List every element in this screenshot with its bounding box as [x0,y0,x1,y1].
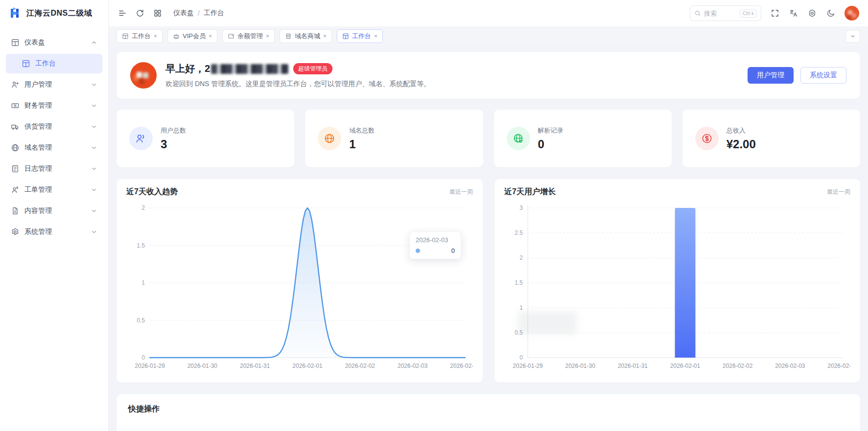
tab-workbench[interactable]: 工作台 × [117,29,163,43]
user-growth-card: 近7天用户增长 最近一周 00.511.522.532026-01-292026… [494,179,860,383]
crown-icon [173,33,180,40]
user-avatar[interactable] [845,6,859,21]
sidebar-item-label: 内容管理 [24,206,86,215]
chevron-down-icon [91,207,97,214]
collapse-sidebar-icon[interactable] [117,8,127,18]
stat-value: 3 [161,137,186,151]
chevron-down-icon [91,123,97,130]
chart-svg: 00.511.522026-01-292026-01-302026-01-312… [126,200,473,372]
search-shortcut-kbd: Ctrl k [740,9,757,18]
sidebar-item-domains[interactable]: 域名管理 [6,138,102,158]
svg-text:3: 3 [519,204,523,211]
tab-label: 余额管理 [237,32,263,41]
tab-workbench-active[interactable]: 工作台 × [337,29,383,43]
tab-domain-store[interactable]: 域名商城 × [280,29,332,43]
page-content: 早上好，2 超级管理员 欢迎回到 DNS 管理系统。这里是管理员工作台，您可以管… [109,46,868,431]
svg-text:2: 2 [519,254,523,261]
stat-card-dns-records: 解析记录 0 [494,110,672,167]
tab-label: VIP会员 [183,32,206,41]
search-input-wrapper[interactable]: Ctrl k [690,5,761,21]
apps-grid-icon[interactable] [153,8,163,18]
stat-card-total-domains: 域名总数 1 [305,110,483,167]
system-settings-button[interactable]: 系统设置 [800,67,846,84]
blurred-watermark [518,312,577,334]
sidebar-item-label: 日志管理 [24,164,86,173]
app-title: 江海云DNS二级域 [26,8,92,19]
sidebar-menu: 仪表盘 工作台 用户管理 财务管理 供货管理 [0,26,108,248]
revenue-trend-card: 近7天收入趋势 最近一周 00.511.522026-01-292026-01-… [117,179,483,383]
close-icon[interactable]: × [154,33,157,39]
quick-actions-card: 快捷操作 [117,394,860,431]
close-icon[interactable]: × [209,33,212,39]
sidebar-item-users[interactable]: 用户管理 [6,75,102,94]
svg-text:1.5: 1.5 [515,279,523,286]
user-plus-icon [11,80,20,89]
chevron-down-icon [91,186,97,193]
tab-label: 工作台 [132,32,151,41]
chart-svg: 00.511.522.532026-01-292026-01-302026-01… [504,200,850,372]
sidebar-item-logs[interactable]: 日志管理 [6,159,102,179]
sidebar-item-system[interactable]: 系统管理 [6,222,102,242]
gear-icon [11,227,20,236]
sidebar-item-dashboard[interactable]: 仪表盘 [6,33,102,52]
close-icon[interactable]: × [323,33,327,39]
chevron-down-icon [91,228,97,235]
sidebar-item-supply[interactable]: 供货管理 [6,117,102,136]
logo-icon [8,6,22,20]
sidebar-item-label: 系统管理 [24,227,86,236]
sidebar-item-label: 工作台 [35,59,97,68]
translate-icon[interactable] [789,8,798,18]
dns-record-icon [507,127,530,150]
storefront-icon [285,33,292,40]
breadcrumb-page[interactable]: 工作台 [204,9,224,18]
svg-text:2.5: 2.5 [515,229,523,236]
app-window: 江海云DNS二级域 仪表盘 工作台 用户管理 财务管理 [0,0,868,431]
chart-range-label: 最近一周 [827,188,850,196]
sidebar-item-content[interactable]: 内容管理 [6,201,102,221]
svg-text:2: 2 [141,204,145,211]
close-icon[interactable]: × [374,33,377,39]
close-icon[interactable]: × [266,33,269,39]
topbar-right: Ctrl k [690,5,859,21]
svg-text:2026-01-29: 2026-01-29 [135,363,165,369]
breadcrumb-section[interactable]: 仪表盘 [173,9,194,18]
tab-balance[interactable]: 余额管理 × [222,29,275,43]
welcome-banner: 早上好，2 超级管理员 欢迎回到 DNS 管理系统。这里是管理员工作台，您可以管… [117,52,860,99]
search-input[interactable] [704,10,733,17]
stat-value: ¥2.00 [727,137,756,151]
globe-icon [11,143,20,152]
dashboard-icon [122,33,129,40]
tab-label: 工作台 [352,32,371,41]
welcome-text: 早上好，2 超级管理员 欢迎回到 DNS 管理系统。这里是管理员工作台，您可以管… [165,62,430,89]
stat-label: 解析记录 [538,126,563,135]
sidebar-item-workbench[interactable]: 工作台 [6,54,102,73]
stat-card-total-users: 用户总数 3 [117,110,294,167]
truck-icon [11,122,20,131]
settings-gear-icon[interactable] [807,8,817,18]
fullscreen-icon[interactable] [770,8,780,18]
stat-label: 用户总数 [161,126,186,135]
chart-title: 近7天收入趋势 [126,187,178,197]
svg-text:2026-02-04: 2026-02-04 [827,363,850,369]
user-growth-chart: 00.511.522.532026-01-292026-01-302026-01… [504,200,850,372]
svg-text:2026-01-30: 2026-01-30 [188,363,218,369]
tabs-dropdown-button[interactable] [845,30,860,43]
stat-value: 1 [349,137,375,151]
svg-text:2026-01-29: 2026-01-29 [513,363,543,369]
open-tabs-bar: 工作台 × VIP会员 × 余额管理 × 域名商城 × 工作台 × [109,26,868,46]
sidebar-item-tickets[interactable]: 工单管理 [6,180,102,200]
workbench-icon [22,59,30,68]
user-management-button[interactable]: 用户管理 [748,67,794,84]
svg-text:2026-01-31: 2026-01-31 [240,363,270,369]
tab-vip-members[interactable]: VIP会员 × [167,29,217,43]
breadcrumb: 仪表盘 / 工作台 [173,9,224,18]
stats-row: 用户总数 3 域名总数 1 解析记录 0 [117,110,860,167]
stat-value: 0 [538,137,563,151]
dark-mode-moon-icon[interactable] [826,8,836,18]
search-icon [694,10,701,17]
sidebar-item-finance[interactable]: 财务管理 [6,96,102,115]
svg-text:2026-02-01: 2026-02-01 [292,363,323,369]
svg-text:0.5: 0.5 [137,317,145,324]
app-logo: 江海云DNS二级域 [0,0,108,26]
refresh-icon[interactable] [135,8,145,18]
